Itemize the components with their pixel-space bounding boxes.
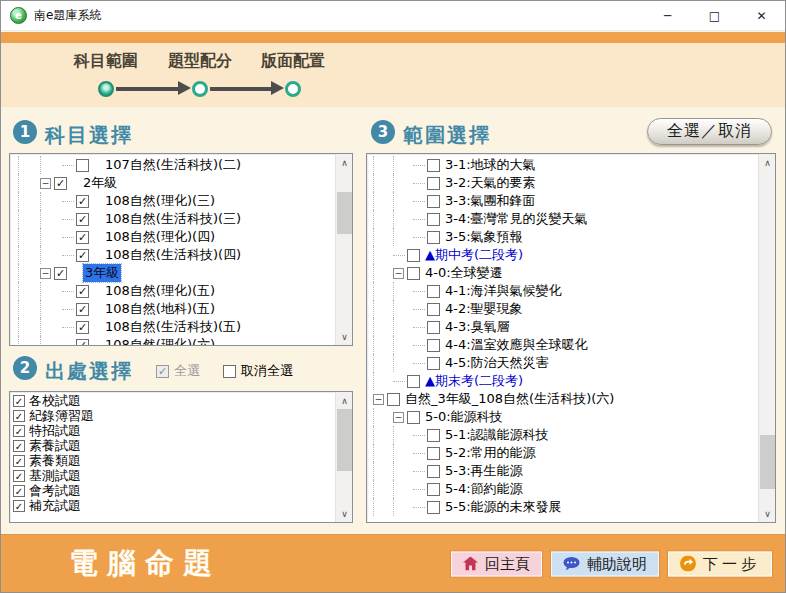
checkbox[interactable] [427, 195, 440, 208]
checkbox[interactable]: ✓ [76, 285, 89, 298]
collapse-toggle-icon[interactable]: − [393, 412, 404, 423]
select-all-checkbox[interactable]: ✓ 全選 [156, 362, 200, 380]
tree-row[interactable]: −5-0:能源科技 [367, 408, 758, 426]
tree-label[interactable]: 2年級 [83, 174, 117, 192]
tree-row[interactable]: ✓108自然(理化)(六) [10, 336, 335, 345]
checkbox[interactable] [427, 357, 440, 370]
tree-row[interactable]: 5-2:常用的能源 [367, 444, 758, 462]
scroll-up-icon[interactable]: ∧ [759, 154, 776, 171]
scroll-down-icon[interactable]: ∨ [759, 505, 776, 522]
checkbox[interactable] [387, 393, 400, 406]
subject-tree-scrollbar[interactable]: ∧ ∨ [335, 154, 352, 345]
home-button[interactable]: 回主頁 [451, 551, 542, 576]
tree-label[interactable]: 3-1:地球的大氣 [445, 156, 536, 174]
collapse-toggle-icon[interactable]: − [40, 178, 51, 189]
tree-row[interactable]: 4-2:聖嬰現象 [367, 300, 758, 318]
checkbox[interactable] [407, 267, 420, 280]
tree-label[interactable]: 5-3:再生能源 [445, 462, 523, 480]
tree-row[interactable]: 3-5:氣象預報 [367, 228, 758, 246]
tree-label[interactable]: 5-5:能源的未來發展 [445, 498, 562, 516]
scroll-up-icon[interactable]: ∧ [336, 392, 353, 409]
tree-label[interactable]: 4-3:臭氧層 [445, 318, 510, 336]
checkbox[interactable]: ✓ [13, 410, 25, 422]
tree-label[interactable]: ▲期中考(二段考) [425, 246, 523, 264]
tree-row[interactable]: ✓108自然(理化)(三) [10, 192, 335, 210]
deselect-all-checkbox[interactable]: 取消全選 [223, 362, 293, 380]
checkbox[interactable] [407, 411, 420, 424]
tree-row[interactable]: −✓2年級 [10, 174, 335, 192]
collapse-toggle-icon[interactable]: − [373, 394, 384, 405]
tree-row[interactable]: ▲期中考(二段考) [367, 246, 758, 264]
tree-row[interactable]: ✓108自然(地科)(五) [10, 300, 335, 318]
tree-row[interactable]: −自然_3年級_108自然(生活科技)(六) [367, 390, 758, 408]
tree-row[interactable]: 4-1:海洋與氣候變化 [367, 282, 758, 300]
tree-row[interactable]: 5-4:節約能源 [367, 480, 758, 498]
tree-label[interactable]: 3-3:氣團和鋒面 [445, 192, 536, 210]
checkbox[interactable]: ✓ [13, 470, 25, 482]
checkbox[interactable] [427, 177, 440, 190]
select-all-toggle-button[interactable]: 全選／取消 [647, 118, 772, 145]
tree-row[interactable]: 4-4:溫室效應與全球暖化 [367, 336, 758, 354]
checkbox[interactable]: ✓ [76, 195, 89, 208]
step-circle-3[interactable] [285, 81, 301, 97]
help-button[interactable]: 輔助說明 [551, 551, 659, 576]
checkbox[interactable] [76, 159, 89, 172]
tree-row[interactable]: ✓108自然(生活科技)(四) [10, 246, 335, 264]
tree-row[interactable]: ✓108自然(生活科技)(三) [10, 210, 335, 228]
tree-label[interactable]: 3-2:天氣的要素 [445, 174, 536, 192]
checkbox[interactable] [427, 339, 440, 352]
tree-label[interactable]: 4-1:海洋與氣候變化 [445, 282, 562, 300]
tree-row[interactable]: 107自然(生活科技)(二) [10, 156, 335, 174]
tree-label[interactable]: ▲期末考(二段考) [425, 372, 523, 390]
checkbox[interactable] [427, 285, 440, 298]
tree-label[interactable]: 108自然(理化)(五) [105, 282, 215, 300]
source-list-scrollbar[interactable]: ∧ ∨ [335, 392, 352, 522]
checkbox[interactable] [427, 429, 440, 442]
checkbox[interactable]: ✓ [54, 267, 67, 280]
checkbox[interactable]: ✓ [76, 303, 89, 316]
scrollbar-thumb[interactable] [337, 192, 352, 234]
checkbox[interactable] [223, 365, 236, 378]
checkbox[interactable]: ✓ [76, 213, 89, 226]
tree-label[interactable]: 3-4:臺灣常見的災變天氣 [445, 210, 588, 228]
checkbox[interactable]: ✓ [13, 485, 25, 497]
checkbox[interactable]: ✓ [13, 425, 25, 437]
checkbox[interactable] [427, 321, 440, 334]
checkbox[interactable]: ✓ [156, 365, 169, 378]
tree-row[interactable]: 3-3:氣團和鋒面 [367, 192, 758, 210]
tree-label[interactable]: 4-0:全球變遷 [425, 264, 503, 282]
step-circle-2[interactable] [192, 81, 208, 97]
checkbox[interactable]: ✓ [54, 177, 67, 190]
checkbox[interactable] [427, 447, 440, 460]
range-tree-scrollbar[interactable]: ∧ ∨ [758, 154, 775, 522]
tree-label[interactable]: 108自然(地科)(五) [105, 300, 215, 318]
checkbox[interactable] [427, 465, 440, 478]
step-circle-1-active[interactable] [98, 81, 114, 97]
tree-label[interactable]: 108自然(生活科技)(四) [105, 246, 241, 264]
collapse-toggle-icon[interactable]: − [40, 268, 51, 279]
tree-label[interactable]: 108自然(理化)(六) [105, 336, 215, 345]
tree-row[interactable]: 3-4:臺灣常見的災變天氣 [367, 210, 758, 228]
tree-label[interactable]: 自然_3年級_108自然(生活科技)(六) [405, 390, 614, 408]
tree-label[interactable]: 5-0:能源科技 [425, 408, 503, 426]
tree-label[interactable]: 5-4:節約能源 [445, 480, 523, 498]
checkbox[interactable]: ✓ [76, 249, 89, 262]
scroll-up-icon[interactable]: ∧ [336, 154, 353, 171]
checkbox[interactable]: ✓ [76, 339, 89, 346]
checkbox[interactable]: ✓ [76, 321, 89, 334]
scrollbar-thumb[interactable] [337, 409, 352, 471]
tree-row[interactable]: 5-1:認識能源科技 [367, 426, 758, 444]
scroll-down-icon[interactable]: ∨ [336, 505, 353, 522]
list-item[interactable]: ✓補充試題 [10, 498, 335, 513]
checkbox[interactable] [427, 213, 440, 226]
checkbox[interactable] [427, 159, 440, 172]
tree-row[interactable]: 3-2:天氣的要素 [367, 174, 758, 192]
tree-row[interactable]: −✓3年級 [10, 264, 335, 282]
scrollbar-thumb[interactable] [760, 435, 775, 489]
checkbox[interactable] [427, 501, 440, 514]
tree-row[interactable]: ✓108自然(理化)(五) [10, 282, 335, 300]
tree-label[interactable]: 4-2:聖嬰現象 [445, 300, 523, 318]
tree-label[interactable]: 3-5:氣象預報 [445, 228, 523, 246]
scroll-down-icon[interactable]: ∨ [336, 328, 353, 345]
tree-label[interactable]: 5-1:認識能源科技 [445, 426, 549, 444]
